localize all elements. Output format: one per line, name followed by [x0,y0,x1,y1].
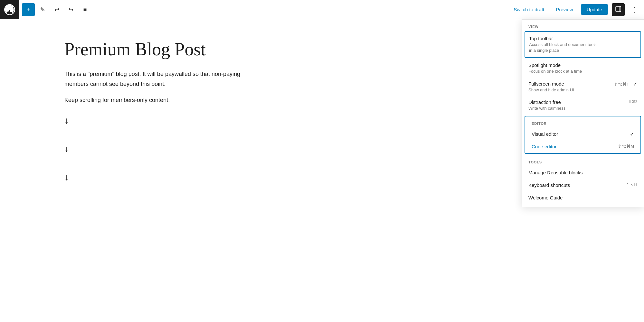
keyboard-shortcuts-item[interactable]: Keyboard shortcuts ⌃⌥H [522,179,644,192]
top-toolbar-content: Top toolbar Access all block and documen… [529,36,637,53]
code-editor-item[interactable]: Code editor ⇧⌥⌘M [525,141,640,153]
redo-button[interactable]: ↪ [64,3,77,16]
manage-reusable-item[interactable]: Manage Reusable blocks [522,167,644,179]
edit-tool-button[interactable]: ✎ [36,3,49,16]
switch-to-draft-button[interactable]: Switch to draft [510,4,548,15]
redo-icon: ↪ [69,6,73,13]
code-editor-shortcut: ⇧⌥⌘M [618,144,634,149]
welcome-guide-item[interactable]: Welcome Guide [522,192,644,204]
visual-editor-check: ✓ [630,131,634,137]
keyboard-shortcuts-shortcut: ⌃⌥H [626,182,637,187]
visual-editor-item[interactable]: Visual editor ✓ [525,128,640,141]
list-view-button[interactable]: ≡ [79,3,91,16]
update-button[interactable]: Update [581,4,608,15]
svg-text:W: W [6,6,13,13]
sidebar-toggle-button[interactable] [612,3,625,16]
toolbar-left-group: + ✎ ↩ ↪ ≡ [22,3,91,16]
options-dropdown-panel: VIEW Top toolbar Access all block and do… [522,19,644,207]
keyboard-shortcuts-content: Keyboard shortcuts [528,182,621,189]
spotlight-desc: Focus on one block at a time [528,69,637,74]
pencil-icon: ✎ [40,6,45,13]
post-body: This is a "premium" blog post. It will b… [64,69,264,89]
fullscreen-shortcut: ⇧⌥⌘F ✓ [614,81,637,87]
fullscreen-title: Fullscreen mode [528,81,609,87]
wp-logo: W [0,0,19,19]
visual-editor-content: Visual editor [532,131,627,137]
top-toolbar-item[interactable]: Top toolbar Access all block and documen… [525,32,640,57]
spotlight-mode-item[interactable]: Spotlight mode Focus on one block at a t… [522,59,644,78]
post-title: Premium Blog Post [64,39,264,60]
undo-button[interactable]: ↩ [50,3,63,16]
view-section: VIEW Top toolbar Access all block and do… [522,20,644,115]
arrow-3: ↓ [64,172,264,182]
arrow-2: ↓ [64,144,264,154]
editor-content: Premium Blog Post This is a "premium" bl… [0,19,290,220]
post-cta: Keep scrolling for members-only content. [64,95,264,105]
distraction-free-content: Distraction free Write with calmness [528,99,623,111]
svg-rect-2 [616,6,621,12]
spotlight-content: Spotlight mode Focus on one block at a t… [528,62,637,74]
sidebar-icon [615,6,621,13]
list-icon: ≡ [83,6,87,13]
fullscreen-desc: Show and hide admin UI [528,87,609,93]
add-block-button[interactable]: + [22,3,35,16]
keyboard-shortcuts-title: Keyboard shortcuts [528,182,621,188]
spotlight-title: Spotlight mode [528,62,637,68]
more-options-button[interactable]: ⋮ [629,4,640,15]
code-editor-title: Code editor [532,144,613,149]
editor-section-label: EDITOR [525,116,640,128]
tools-section-label: TOOLS [522,155,644,167]
welcome-guide-title: Welcome Guide [528,195,563,200]
visual-editor-title: Visual editor [532,131,627,137]
editor-section-box: EDITOR Visual editor ✓ Code editor ⇧⌥⌘M [525,116,641,154]
top-toolbar-desc: Access all block and document tools in a… [529,42,637,53]
top-toolbar-box: Top toolbar Access all block and documen… [525,31,641,58]
tools-section: TOOLS Manage Reusable blocks Keyboard sh… [522,155,644,204]
undo-icon: ↩ [54,6,59,13]
fullscreen-mode-item[interactable]: Fullscreen mode Show and hide admin UI ⇧… [522,78,644,96]
distraction-free-item[interactable]: Distraction free Write with calmness ⇧⌘\ [522,96,644,115]
top-toolbar-title: Top toolbar [529,36,637,41]
plus-icon: + [27,6,30,13]
preview-button[interactable]: Preview [552,4,577,15]
arrow-1: ↓ [64,115,264,126]
code-editor-content: Code editor [532,144,613,150]
distraction-free-desc: Write with calmness [528,106,623,111]
toolbar-right-group: Switch to draft Preview Update ⋮ [510,3,640,16]
view-section-label: VIEW [522,20,644,31]
main-toolbar: W + ✎ ↩ ↪ ≡ Switch to draft Preview Upda… [0,0,644,19]
ellipsis-icon: ⋮ [631,6,638,14]
manage-reusable-label: Manage Reusable blocks [528,170,582,175]
distraction-free-shortcut: ⇧⌘\ [628,99,637,104]
fullscreen-check: ✓ [633,81,637,87]
distraction-free-title: Distraction free [528,99,623,105]
fullscreen-content: Fullscreen mode Show and hide admin UI [528,81,609,93]
